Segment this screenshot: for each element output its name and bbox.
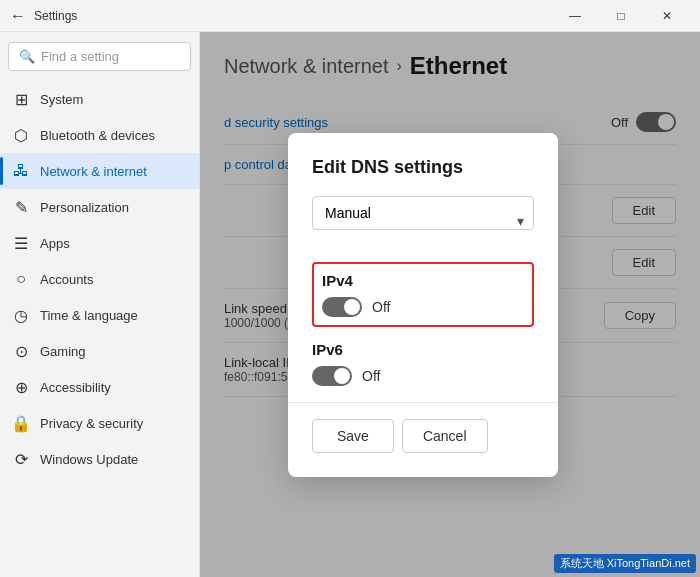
search-placeholder: Find a setting [41, 49, 119, 64]
apps-icon: ☰ [12, 234, 30, 252]
dialog-title: Edit DNS settings [312, 157, 534, 178]
ipv6-toggle[interactable] [312, 366, 352, 386]
minimize-button[interactable]: — [552, 0, 598, 32]
dialog-actions: Save Cancel [312, 419, 534, 453]
update-icon: ⟳ [12, 450, 30, 468]
sidebar-item-label: Time & language [40, 308, 138, 323]
sidebar-item-label: Bluetooth & devices [40, 128, 155, 143]
title-bar-left: ← Settings [10, 7, 77, 25]
personalization-icon: ✎ [12, 198, 30, 216]
back-arrow-icon[interactable]: ← [10, 7, 26, 25]
sidebar-item-accessibility[interactable]: ⊕ Accessibility [0, 369, 199, 405]
ipv6-section: IPv6 Off [312, 341, 534, 386]
app-container: 🔍 Find a setting ⊞ System ⬡ Bluetooth & … [0, 32, 700, 577]
ipv6-off-label: Off [362, 368, 380, 384]
sidebar-item-label: Gaming [40, 344, 86, 359]
sidebar-item-personalization[interactable]: ✎ Personalization [0, 189, 199, 225]
ipv6-section-label: IPv6 [312, 341, 534, 358]
sidebar-item-gaming[interactable]: ⊙ Gaming [0, 333, 199, 369]
dns-type-select[interactable]: Automatic (DHCP) Manual [312, 196, 534, 230]
sidebar-item-label: Privacy & security [40, 416, 143, 431]
sidebar-item-label: System [40, 92, 83, 107]
sidebar-item-label: Apps [40, 236, 70, 251]
ipv4-label: IPv4 [322, 272, 524, 289]
ipv4-toggle[interactable] [322, 297, 362, 317]
search-box[interactable]: 🔍 Find a setting [8, 42, 191, 71]
ipv6-toggle-row: Off [312, 366, 534, 386]
dialog-divider [288, 402, 558, 403]
gaming-icon: ⊙ [12, 342, 30, 360]
title-bar-title: Settings [34, 9, 77, 23]
sidebar-item-label: Personalization [40, 200, 129, 215]
watermark: 系统天地 XiTongTianDi.net [554, 554, 696, 573]
sidebar-item-bluetooth[interactable]: ⬡ Bluetooth & devices [0, 117, 199, 153]
sidebar-item-label: Network & internet [40, 164, 147, 179]
dialog-cancel-button[interactable]: Cancel [402, 419, 488, 453]
sidebar-item-system[interactable]: ⊞ System [0, 81, 199, 117]
sidebar-item-accounts[interactable]: ○ Accounts [0, 261, 199, 297]
ipv4-off-label: Off [372, 299, 390, 315]
search-icon: 🔍 [19, 49, 35, 64]
sidebar-item-label: Accounts [40, 272, 93, 287]
bluetooth-icon: ⬡ [12, 126, 30, 144]
accounts-icon: ○ [12, 270, 30, 288]
main-content: Network & internet › Ethernet d security… [200, 32, 700, 577]
privacy-icon: 🔒 [12, 414, 30, 432]
sidebar-item-network[interactable]: 🖧 Network & internet [0, 153, 199, 189]
sidebar-item-update[interactable]: ⟳ Windows Update [0, 441, 199, 477]
accessibility-icon: ⊕ [12, 378, 30, 396]
close-button[interactable]: ✕ [644, 0, 690, 32]
sidebar: 🔍 Find a setting ⊞ System ⬡ Bluetooth & … [0, 32, 200, 577]
sidebar-item-label: Accessibility [40, 380, 111, 395]
nav-items: ⊞ System ⬡ Bluetooth & devices 🖧 Network… [0, 81, 199, 577]
title-bar: ← Settings — □ ✕ [0, 0, 700, 32]
sidebar-item-apps[interactable]: ☰ Apps [0, 225, 199, 261]
ipv4-section: IPv4 Off [312, 262, 534, 327]
sidebar-item-privacy[interactable]: 🔒 Privacy & security [0, 405, 199, 441]
dns-select-wrapper: Automatic (DHCP) Manual [312, 196, 534, 246]
title-bar-controls: — □ ✕ [552, 0, 690, 32]
sidebar-item-time[interactable]: ◷ Time & language [0, 297, 199, 333]
edit-dns-dialog: Edit DNS settings Automatic (DHCP) Manua… [288, 133, 558, 477]
maximize-button[interactable]: □ [598, 0, 644, 32]
network-icon: 🖧 [12, 162, 30, 180]
time-icon: ◷ [12, 306, 30, 324]
sidebar-item-label: Windows Update [40, 452, 138, 467]
system-icon: ⊞ [12, 90, 30, 108]
ipv4-toggle-row: Off [322, 297, 524, 317]
dialog-save-button[interactable]: Save [312, 419, 394, 453]
